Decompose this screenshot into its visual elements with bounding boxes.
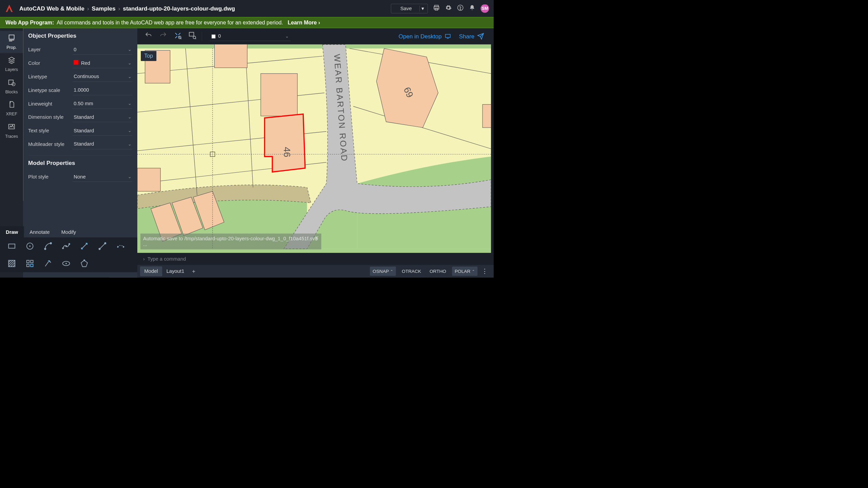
- ltscale-input[interactable]: 1.0000: [73, 85, 132, 95]
- user-avatar[interactable]: SM: [480, 4, 489, 13]
- circle-tool[interactable]: [21, 238, 39, 255]
- svg-point-22: [123, 246, 124, 247]
- more-menu-icon[interactable]: ⋮: [477, 267, 488, 275]
- breadcrumb: AutoCAD Web & Mobile › Samples › standar…: [19, 5, 386, 12]
- svg-point-30: [84, 260, 85, 261]
- drawing-viewport[interactable]: 46 69 WEAR BARTON ROAD Top ✕ Automatic s…: [137, 44, 491, 253]
- breadcrumb-folder[interactable]: Samples: [92, 5, 116, 12]
- rail-label: Prop.: [6, 45, 17, 50]
- svg-point-19: [99, 248, 100, 249]
- color-dropdown[interactable]: Red⌄: [73, 58, 132, 68]
- app-header: AutoCAD Web & Mobile › Samples › standar…: [0, 0, 494, 17]
- bell-icon[interactable]: [469, 5, 475, 13]
- line-tool[interactable]: [93, 238, 111, 255]
- close-icon[interactable]: ✕: [315, 235, 319, 241]
- banner-body: All commands and tools in the AutoCAD we…: [57, 19, 283, 25]
- prop-row-textstyle: Text style Standard⌄: [28, 124, 132, 137]
- dimstyle-dropdown[interactable]: Standard⌄: [73, 112, 132, 122]
- linetype-dropdown[interactable]: Continuous⌄: [73, 72, 132, 82]
- rail-item-xref[interactable]: XREF: [0, 97, 23, 119]
- toggle-osnap[interactable]: OSNAP⌃: [370, 267, 396, 276]
- help-icon[interactable]: [457, 4, 463, 13]
- properties-icon: [0, 34, 23, 43]
- svg-rect-47: [137, 168, 160, 191]
- print-icon[interactable]: [433, 4, 440, 13]
- rail-item-layers[interactable]: Layers: [0, 53, 23, 75]
- point-tool[interactable]: [39, 255, 57, 272]
- prop-row-layer: Layer 0⌄: [28, 43, 132, 56]
- lineweight-dropdown[interactable]: 0.50 mm⌄: [73, 99, 132, 109]
- spline-tool[interactable]: [57, 238, 75, 255]
- rail-item-traces[interactable]: Traces: [0, 120, 23, 142]
- revcloud-tool[interactable]: [112, 238, 130, 255]
- svg-point-21: [117, 246, 118, 247]
- drawing-svg: 46 69 WEAR BARTON ROAD: [137, 44, 491, 253]
- tab-model[interactable]: Model: [140, 266, 162, 276]
- blocks-icon: [0, 78, 23, 88]
- array-tool[interactable]: [21, 255, 39, 272]
- prop-row-linetype: Linetype Continuous⌄: [28, 70, 132, 83]
- hatch-tool[interactable]: [3, 255, 21, 272]
- chevron-down-icon: ⌄: [128, 142, 131, 147]
- save-dropdown[interactable]: ▾: [419, 5, 426, 12]
- svg-point-18: [69, 243, 70, 244]
- toggle-ortho[interactable]: ORTHO: [427, 267, 449, 276]
- rail-label: Layers: [5, 67, 18, 72]
- tool-category-tabs: Draw Annotate Modify: [0, 226, 137, 238]
- prop-label: Plot style: [28, 174, 73, 180]
- svg-point-4: [460, 9, 461, 10]
- chevron-right-icon: ›: [87, 5, 89, 12]
- redo-icon[interactable]: [158, 32, 169, 41]
- tab-annotate[interactable]: Annotate: [24, 226, 55, 238]
- tab-modify[interactable]: Modify: [56, 226, 82, 238]
- tab-layout1[interactable]: Layout1: [162, 266, 189, 276]
- arc-tool[interactable]: [39, 238, 57, 255]
- polyline-tool[interactable]: [75, 238, 93, 255]
- current-layer-dropdown[interactable]: 0 ⌄: [210, 32, 291, 41]
- tab-draw[interactable]: Draw: [0, 226, 24, 238]
- chevron-up-icon[interactable]: ⌃: [390, 269, 393, 274]
- svg-point-14: [44, 248, 46, 249]
- rail-item-blocks[interactable]: Blocks: [0, 75, 23, 97]
- viewcube-top[interactable]: Top: [141, 51, 156, 61]
- share-link[interactable]: Share: [459, 33, 484, 40]
- open-in-desktop-link[interactable]: Open in Desktop: [398, 33, 451, 39]
- chevron-right-icon: ›: [143, 256, 145, 262]
- toggle-otrack[interactable]: OTRACK: [399, 267, 424, 276]
- svg-point-15: [50, 243, 52, 244]
- zoom-extents-icon[interactable]: [173, 32, 183, 41]
- chevron-right-icon: ›: [118, 5, 120, 12]
- bottom-bar: Model Layout1 + OSNAP⌃ OTRACK ORTHO POLA…: [137, 265, 494, 278]
- chevron-up-icon[interactable]: ⌃: [472, 269, 475, 274]
- svg-rect-32: [189, 32, 194, 36]
- add-layout-button[interactable]: +: [189, 268, 199, 274]
- layer-dropdown[interactable]: 0⌄: [73, 44, 132, 55]
- layers-icon: [0, 56, 23, 66]
- breadcrumb-file[interactable]: standard-upto-20-layers-colour-dwg.dwg: [123, 5, 235, 12]
- zoom-window-icon[interactable]: [187, 32, 198, 41]
- undo-icon[interactable]: [143, 32, 154, 41]
- save-button[interactable]: Save ▾: [391, 4, 428, 13]
- tool-palette: [0, 238, 137, 272]
- prop-label: Dimension style: [28, 114, 73, 120]
- rectangle-tool[interactable]: [3, 238, 21, 255]
- polygon-tool[interactable]: [75, 255, 93, 272]
- svg-point-9: [12, 82, 15, 86]
- chevron-down-icon: ⌄: [128, 174, 131, 179]
- mlstyle-dropdown[interactable]: Standard⌄: [73, 139, 132, 149]
- toggle-polar[interactable]: POLAR⌃: [452, 267, 477, 276]
- learn-more-link[interactable]: Learn More ›: [288, 19, 320, 25]
- command-line[interactable]: › Type a command: [137, 253, 494, 265]
- plotstyle-dropdown[interactable]: None⌄: [73, 172, 132, 182]
- prop-row-color: Color Red⌄: [28, 56, 132, 70]
- breadcrumb-root[interactable]: AutoCAD Web & Mobile: [19, 5, 84, 12]
- rail-item-prop[interactable]: Prop.: [0, 31, 23, 53]
- textstyle-dropdown[interactable]: Standard⌄: [73, 126, 132, 136]
- ellipse-tool[interactable]: [57, 255, 75, 272]
- autosave-toast: ✕ Automatic save to /tmp/standard-upto-2…: [140, 233, 321, 249]
- svg-rect-1: [434, 7, 439, 9]
- settings-icon[interactable]: [445, 4, 452, 13]
- svg-rect-45: [215, 44, 248, 68]
- svg-rect-5: [9, 35, 14, 39]
- chevron-down-icon: ⌄: [128, 47, 131, 52]
